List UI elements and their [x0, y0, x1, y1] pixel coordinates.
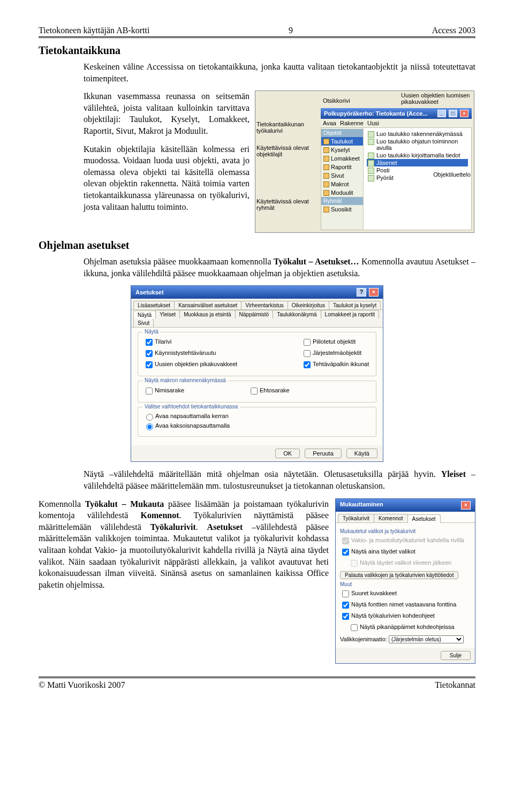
checkbox-icon[interactable] [342, 602, 349, 609]
minimize-icon[interactable]: _ [437, 110, 446, 117]
radio-kaksoisnapsauta[interactable]: Avaa kaksoisnapsauttamalla [143, 421, 371, 431]
close-icon[interactable]: × [369, 288, 379, 297]
tb-rakenne[interactable]: Rakenne [340, 120, 364, 126]
dlg-window-buttons: ? × [356, 288, 379, 297]
checkbox-icon[interactable] [146, 339, 153, 346]
checkbox-icon[interactable] [351, 560, 358, 567]
tab-lisaasetukset[interactable]: Lisäasetukset [133, 301, 175, 309]
label: Käynnistystehtäväruutu [155, 350, 216, 356]
label: Nimisarake [155, 388, 184, 394]
content-obj-pyorat[interactable]: Pyörät [367, 174, 468, 181]
label: Uusien objektien pikakuvakkeet [155, 361, 237, 368]
ok-button[interactable]: OK [275, 449, 300, 458]
checkbox-icon[interactable] [146, 388, 153, 394]
muk-tab-tyokalurivit[interactable]: Työkalurivit [338, 514, 374, 522]
muk-chk-suuret[interactable]: Suuret kuvakkeet [340, 588, 471, 599]
muk-titlebar: Mukauttaminen × [336, 499, 475, 512]
nav-item-kyselyt[interactable]: Kyselyt [321, 146, 363, 154]
tab-virheentarkistus[interactable]: Virheentarkistus [241, 301, 288, 309]
checkbox-icon[interactable] [351, 624, 358, 631]
checkbox-icon[interactable] [304, 350, 311, 357]
content-obj-jasenet[interactable]: Jäsenet [367, 159, 468, 166]
chk-uusien[interactable]: Uusien objektien pikakuvakkeet [143, 359, 237, 370]
tb-avaa[interactable]: Avaa [323, 120, 336, 126]
label: Näytä työkalurivien kohdeohjeet [351, 612, 435, 619]
muk-body: Mukautetut valikot ja työkalurivit Vakio… [336, 523, 475, 648]
label: Näytä pikanäppäimet kohdeohjeissa [360, 624, 455, 630]
bold-tyokalut-mukauta: Työkalut – Mukauta [85, 499, 168, 509]
header-left: Tietokoneen käyttäjän AB-kortti [39, 26, 149, 35]
chk-tilarivi[interactable]: Tilarivi [143, 337, 237, 348]
muk-chk-taydet[interactable]: Näytä aina täydet valikot [340, 547, 471, 558]
tab-muokkaus[interactable]: Muokkaus ja etsintä [179, 310, 235, 318]
chk-piilotetut[interactable]: Piilotetut objektit [301, 337, 369, 348]
checkbox-icon[interactable] [342, 537, 349, 544]
tab-lomakkeet-raportit[interactable]: Lomakkeet ja raportit [321, 310, 379, 318]
nav-item-lomakkeet[interactable]: Lomakkeet [321, 154, 363, 163]
muk-chk-fontit[interactable]: Näytä fonttien nimet vastaavana fonttina [340, 599, 471, 611]
checkbox-icon[interactable] [146, 361, 153, 368]
radio-napsauta-kerran[interactable]: Avaa napsauttamalla kerran [143, 412, 371, 421]
close-icon[interactable]: × [460, 110, 468, 117]
content-new2[interactable]: Luo taulukko ohjatun toiminnon avulla [367, 138, 468, 151]
tb-uusi[interactable]: Uusi [367, 120, 379, 126]
muk-tabs: Työkalurivit Komennot Asetukset [336, 512, 475, 523]
tab-taulukot-kyselyt[interactable]: Taulukot ja kyselyt [329, 301, 381, 309]
help-icon[interactable]: ? [357, 288, 366, 297]
muk-sulje-button[interactable]: Sulje [441, 651, 471, 660]
chk-ehtosarake[interactable]: Ehtosarake [248, 385, 290, 397]
chk-nimisarake[interactable]: Nimisarake [143, 385, 184, 397]
chk-tehtavapalkki[interactable]: Tehtäväpalkin ikkunat [301, 359, 369, 370]
db-nav: Objektit Taulukot Kyselyt Lomakkeet Rapo… [321, 128, 364, 230]
db-toolbar: Avaa Rakenne Uusi [321, 119, 472, 128]
txt: . [196, 522, 207, 532]
para-intro: Keskeinen väline Accessissa on tietokant… [84, 61, 475, 84]
checkbox-icon[interactable] [304, 339, 311, 346]
muk-btn-palauta[interactable]: Palauta valikkojen ja työkalurivien käyt… [340, 571, 458, 579]
muk-chk-kohdeohjeet[interactable]: Näytä työkalurivien kohdeohjeet [340, 611, 471, 622]
label: Ehtosarake [260, 388, 290, 394]
nav-item-makrot[interactable]: Makrot [321, 180, 363, 188]
chk-jarjestelma[interactable]: Järjestelmäobjektit [301, 348, 369, 359]
txt: Ohjelman asetuksia pääsee muokkaamaan ko… [84, 257, 274, 266]
tab-kansainvaliset[interactable]: Kansainväliset asetukset [174, 301, 241, 309]
tab-yleiset[interactable]: Yleiset [155, 310, 180, 318]
tab-taulukkonakyma[interactable]: Taulukkonäkymä [273, 310, 321, 318]
kayta-button[interactable]: Käytä [346, 449, 377, 458]
group-makro: Näytä makron rakennenäkymässä Nimisarake… [138, 381, 376, 403]
radio-icon[interactable] [146, 414, 153, 421]
close-icon[interactable]: × [461, 501, 471, 510]
content-new3[interactable]: Luo taulukko kirjoittamalla tiedot [367, 151, 468, 159]
checkbox-icon[interactable] [251, 388, 258, 394]
tab-nappaimisto[interactable]: Näppäimistö [235, 310, 274, 318]
muk-tab-komennot[interactable]: Komennot [374, 514, 408, 522]
maximize-icon[interactable]: □ [449, 110, 457, 117]
tab-sivut[interactable]: Sivut [133, 318, 154, 327]
muk-sec1: Mukautetut valikot ja työkalurivit [340, 528, 471, 534]
nav-item-taulukot[interactable]: Taulukot [321, 137, 363, 146]
nav-item-suosikit[interactable]: Suosikit [321, 205, 363, 214]
radio-icon[interactable] [146, 423, 153, 430]
checkbox-icon[interactable] [342, 590, 349, 597]
muk-chk-vakio[interactable]: Vakio- ja muotoilutyökalurivit kahdella … [340, 535, 471, 547]
tab-oikeinkirjoitus[interactable]: Oikeinkirjoitus [288, 301, 329, 309]
muk-anim-select[interactable]: (Järjestelmän oletus) [389, 635, 464, 643]
content-obj-posti[interactable]: Posti [367, 166, 468, 174]
muk-chk-viive[interactable]: Näytä täydet valikot viiveen jälkeen [349, 558, 471, 569]
muk-chk-pikanappaimet[interactable]: Näytä pikanäppäimet kohdeohjeissa [349, 622, 471, 633]
checkbox-icon[interactable] [342, 613, 349, 620]
content-new1[interactable]: Luo taulukko rakennenäkymässä [367, 130, 468, 138]
nav-item-raportit[interactable]: Raportit [321, 163, 363, 171]
chk-kaynnistys[interactable]: Käynnistystehtäväruutu [143, 348, 237, 359]
screenshot-asetukset-dialog: Asetukset ? × Lisäasetukset Kansainvälis… [131, 285, 383, 462]
nav-item-sivut[interactable]: Sivut [321, 171, 363, 180]
checkbox-icon[interactable] [342, 549, 349, 556]
tab-nayto[interactable]: Näytä [133, 310, 156, 319]
nav-item-moduulit[interactable]: Moduulit [321, 188, 363, 197]
label: Vakio- ja muotoilutyökalurivit kahdella … [351, 537, 464, 543]
peruuta-button[interactable]: Peruuta [305, 449, 342, 458]
checkbox-icon[interactable] [146, 350, 153, 357]
muk-tab-asetukset[interactable]: Asetukset [407, 514, 441, 523]
checkbox-icon[interactable] [304, 361, 311, 368]
screenshot-mukauttaminen: Mukauttaminen × Työkalurivit Komennot As… [335, 498, 475, 664]
